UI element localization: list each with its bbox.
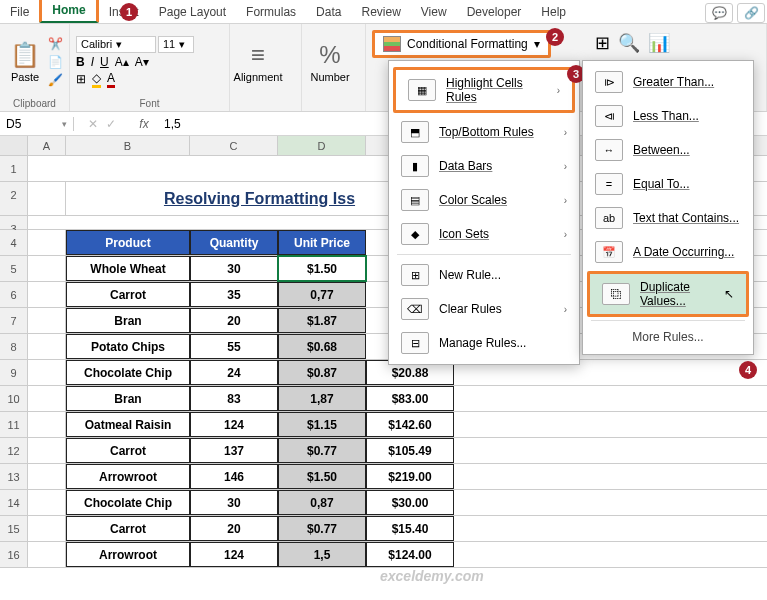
row-header[interactable]: 15 xyxy=(0,516,28,541)
row-header[interactable]: 3 xyxy=(0,216,28,229)
italic-button[interactable]: I xyxy=(91,55,94,69)
copy-icon[interactable]: 📄 xyxy=(48,55,63,69)
price-cell[interactable]: 0,77 xyxy=(278,282,366,307)
price-cell[interactable]: $0.77 xyxy=(278,516,366,541)
price-cell[interactable]: 0,87 xyxy=(278,490,366,515)
product-cell[interactable]: Chocolate Chip xyxy=(66,360,190,385)
col-header[interactable]: A xyxy=(28,136,66,155)
tab-home[interactable]: Home xyxy=(39,0,98,23)
product-cell[interactable]: Carrot xyxy=(66,282,190,307)
fill-color-icon[interactable]: ◇ xyxy=(92,71,101,88)
text-contains-item[interactable]: abText that Contains... xyxy=(583,201,753,235)
color-scales-item[interactable]: ▤Color Scales› xyxy=(389,183,579,217)
new-rule-item[interactable]: ⊞New Rule... xyxy=(389,258,579,292)
qty-cell[interactable]: 124 xyxy=(190,412,278,437)
total-cell[interactable]: $142.60 xyxy=(366,412,454,437)
row-header[interactable]: 9 xyxy=(0,360,28,385)
col-header[interactable]: C xyxy=(190,136,278,155)
price-cell[interactable]: $1.87 xyxy=(278,308,366,333)
col-header[interactable]: D xyxy=(278,136,366,155)
borders-icon[interactable]: ⊞ xyxy=(76,72,86,86)
top-bottom-rules-item[interactable]: ⬒Top/Bottom Rules› xyxy=(389,115,579,149)
price-cell[interactable]: $0.77 xyxy=(278,438,366,463)
fx-icon[interactable]: fx xyxy=(130,117,158,131)
qty-cell[interactable]: 124 xyxy=(190,542,278,567)
tab-review[interactable]: Review xyxy=(351,1,410,23)
tab-help[interactable]: Help xyxy=(531,1,576,23)
underline-button[interactable]: U xyxy=(100,55,109,69)
font-color-icon[interactable]: A xyxy=(107,71,115,88)
find-icon[interactable]: 🔍 xyxy=(618,32,640,54)
format-painter-icon[interactable]: 🖌️ xyxy=(48,73,63,87)
qty-cell[interactable]: 35 xyxy=(190,282,278,307)
qty-cell[interactable]: 146 xyxy=(190,464,278,489)
product-cell[interactable]: Carrot xyxy=(66,438,190,463)
row-header[interactable]: 11 xyxy=(0,412,28,437)
duplicate-values-item[interactable]: ⿻Duplicate Values...↖ xyxy=(587,271,749,317)
row-header[interactable]: 8 xyxy=(0,334,28,359)
product-cell[interactable]: Bran xyxy=(66,308,190,333)
less-than-item[interactable]: ⧏Less Than... xyxy=(583,99,753,133)
total-cell[interactable]: $83.00 xyxy=(366,386,454,411)
product-cell[interactable]: Potato Chips xyxy=(66,334,190,359)
data-bars-item[interactable]: ▮Data Bars› xyxy=(389,149,579,183)
row-header[interactable]: 4 xyxy=(0,230,28,255)
product-cell[interactable]: Carrot xyxy=(66,516,190,541)
highlight-cells-rules-item[interactable]: ▦ Highlight Cells Rules › xyxy=(393,67,575,113)
date-occurring-item[interactable]: 📅A Date Occurring... xyxy=(583,235,753,269)
product-cell[interactable]: Bran xyxy=(66,386,190,411)
manage-rules-item[interactable]: ⊟Manage Rules... xyxy=(389,326,579,360)
equal-to-item[interactable]: =Equal To... xyxy=(583,167,753,201)
row-header[interactable]: 12 xyxy=(0,438,28,463)
row-header[interactable]: 1 xyxy=(0,156,28,181)
qty-cell[interactable]: 20 xyxy=(190,516,278,541)
row-header[interactable]: 16 xyxy=(0,542,28,567)
row-header[interactable]: 6 xyxy=(0,282,28,307)
select-all-cell[interactable] xyxy=(0,136,28,155)
greater-than-item[interactable]: ⧐Greater Than... xyxy=(583,65,753,99)
total-cell[interactable]: $30.00 xyxy=(366,490,454,515)
bold-button[interactable]: B xyxy=(76,55,85,69)
insert-cells-icon[interactable]: ⊞ xyxy=(595,32,610,54)
qty-cell[interactable]: 30 xyxy=(190,256,278,281)
paste-button[interactable]: 📋 Paste xyxy=(6,30,44,94)
row-header[interactable]: 14 xyxy=(0,490,28,515)
product-cell[interactable]: Arrowroot xyxy=(66,542,190,567)
total-cell[interactable]: $219.00 xyxy=(366,464,454,489)
price-cell[interactable]: 1,87 xyxy=(278,386,366,411)
cut-icon[interactable]: ✂️ xyxy=(48,37,63,51)
product-cell[interactable]: Oatmeal Raisin xyxy=(66,412,190,437)
qty-cell[interactable]: 137 xyxy=(190,438,278,463)
qty-cell[interactable]: 20 xyxy=(190,308,278,333)
qty-cell[interactable]: 24 xyxy=(190,360,278,385)
col-header[interactable]: B xyxy=(66,136,190,155)
qty-cell[interactable]: 83 xyxy=(190,386,278,411)
tab-view[interactable]: View xyxy=(411,1,457,23)
between-item[interactable]: ↔Between... xyxy=(583,133,753,167)
row-header[interactable]: 5 xyxy=(0,256,28,281)
product-cell[interactable]: Whole Wheat xyxy=(66,256,190,281)
more-rules-item[interactable]: More Rules... xyxy=(583,324,753,350)
font-name-select[interactable]: Calibri▾ xyxy=(76,36,156,53)
qty-cell[interactable]: 55 xyxy=(190,334,278,359)
number-button[interactable]: %Number xyxy=(308,30,352,94)
tab-formulas[interactable]: Formulas xyxy=(236,1,306,23)
price-cell[interactable]: $0.87 xyxy=(278,360,366,385)
row-header[interactable]: 13 xyxy=(0,464,28,489)
price-cell[interactable]: $1.50 xyxy=(278,256,366,281)
total-cell[interactable]: $15.40 xyxy=(366,516,454,541)
tab-page-layout[interactable]: Page Layout xyxy=(149,1,236,23)
row-header[interactable]: 10 xyxy=(0,386,28,411)
tab-data[interactable]: Data xyxy=(306,1,351,23)
row-header[interactable]: 2 xyxy=(0,182,28,215)
share-button[interactable]: 🔗 xyxy=(737,3,765,23)
total-cell[interactable]: $105.49 xyxy=(366,438,454,463)
tab-file[interactable]: File xyxy=(0,1,39,23)
price-cell[interactable]: $1.50 xyxy=(278,464,366,489)
price-cell[interactable]: $0.68 xyxy=(278,334,366,359)
product-cell[interactable]: Chocolate Chip xyxy=(66,490,190,515)
icon-sets-item[interactable]: ◆Icon Sets› xyxy=(389,217,579,251)
qty-cell[interactable]: 30 xyxy=(190,490,278,515)
clear-rules-item[interactable]: ⌫Clear Rules› xyxy=(389,292,579,326)
alignment-button[interactable]: ≡Alignment xyxy=(236,30,280,94)
